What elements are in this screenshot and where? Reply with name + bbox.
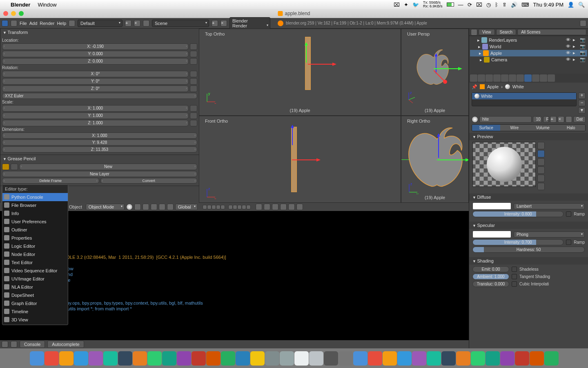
outliner-row[interactable]: ▸Camera👁▸📷 <box>470 56 587 63</box>
dim-y[interactable]: Y: 9.428 <box>2 139 197 146</box>
diffuse-panel-header[interactable]: Diffuse <box>469 193 588 201</box>
translucency-slider[interactable]: Transluc: 0.000 <box>472 281 509 287</box>
nodes-icon[interactable] <box>566 116 572 123</box>
dock-app-icon[interactable] <box>177 351 191 366</box>
lock-icon[interactable] <box>190 51 197 57</box>
dock-app-icon[interactable] <box>89 351 103 366</box>
editor-type-item[interactable]: Timeline <box>2 307 68 316</box>
new-layer-button[interactable]: New Layer <box>2 171 197 177</box>
dock-app-icon[interactable] <box>500 351 514 366</box>
constraints-tab-icon[interactable] <box>501 74 508 82</box>
render-anim-icon[interactable] <box>288 204 295 210</box>
menubar-icon[interactable]: — <box>458 2 463 8</box>
layer-button[interactable] <box>242 205 246 209</box>
remove-material-button[interactable]: − <box>578 100 586 106</box>
pin-icon[interactable]: 📌 <box>472 84 477 90</box>
specular-panel-header[interactable]: Specular <box>469 222 588 229</box>
spotlight-keyboard-icon[interactable]: ⌨ <box>521 2 529 8</box>
shading-icon[interactable] <box>126 204 133 210</box>
material-specials-button[interactable]: ▾ <box>578 107 586 114</box>
shadeless-checkbox[interactable] <box>512 267 517 272</box>
dock-app-icon[interactable] <box>103 351 118 366</box>
preview-sky-icon[interactable] <box>537 183 545 190</box>
preview-monkey-icon[interactable] <box>537 166 545 174</box>
dock-app-icon[interactable] <box>324 351 338 366</box>
expand-icon[interactable] <box>11 20 17 27</box>
editor-type-item[interactable]: Properties <box>2 234 68 242</box>
specular-color[interactable] <box>472 231 511 238</box>
dock-app-icon[interactable] <box>206 351 220 366</box>
scale-x[interactable]: X: 1.000 <box>2 105 189 112</box>
layout-del-icon[interactable]: × <box>134 20 140 27</box>
dock-app-icon[interactable] <box>236 351 250 366</box>
pivot-icon[interactable] <box>134 204 141 210</box>
tab-volume[interactable]: Volume <box>529 125 557 131</box>
delete-frame-button[interactable]: Delete Frame <box>2 178 99 184</box>
python-console[interactable]: PYTHON INTERACTIVE CONSOLE 3.2 (r32:8844… <box>0 211 469 340</box>
preview-panel-header[interactable]: Preview <box>469 133 588 140</box>
dock-app-icon[interactable] <box>162 351 176 366</box>
cubic-checkbox[interactable] <box>512 281 517 287</box>
layer-button[interactable] <box>203 205 207 209</box>
viewport-front-ortho[interactable]: Front Ortho zx <box>199 116 401 203</box>
material-browse-icon[interactable] <box>472 116 478 123</box>
snap-type-icon[interactable] <box>272 204 278 210</box>
layer-button[interactable] <box>220 205 225 209</box>
autocomplete-button[interactable]: Autocomplete <box>47 341 84 348</box>
rotation-mode[interactable]: XYZ Euler <box>2 93 197 99</box>
dock-app-icon[interactable] <box>368 351 382 366</box>
dock-app-icon[interactable] <box>280 351 294 366</box>
scene-browse-icon[interactable] <box>143 20 149 27</box>
orientation-dropdown[interactable]: Global <box>175 204 198 210</box>
physics-tab-icon[interactable] <box>548 74 555 82</box>
editor-type-item[interactable]: NLA Editor <box>2 283 68 291</box>
dock-app-icon[interactable] <box>265 351 279 366</box>
dock-app-icon[interactable] <box>192 351 206 366</box>
dock-app-icon[interactable] <box>133 351 147 366</box>
material-slot-list[interactable]: White <box>472 92 577 106</box>
lock-icon[interactable] <box>190 43 197 50</box>
dim-x[interactable]: X: 1.000 <box>2 132 197 139</box>
scene-dropdown[interactable]: Scene <box>152 20 209 27</box>
add-icon[interactable] <box>11 164 18 170</box>
dock-app-icon[interactable] <box>147 351 162 366</box>
preview-sphere-icon[interactable] <box>537 150 545 157</box>
bluetooth-icon[interactable]: ᛒ <box>495 2 498 8</box>
console-menu[interactable]: Console <box>20 341 45 348</box>
unlink-icon[interactable]: × <box>558 116 564 123</box>
loc-y[interactable]: Y: 0.000 <box>2 51 189 57</box>
dock-app-icon[interactable] <box>74 351 88 366</box>
preview-hair-icon[interactable] <box>537 175 545 182</box>
dock-app-icon[interactable] <box>339 351 353 366</box>
render-tab-icon[interactable] <box>470 74 477 82</box>
battery-icon[interactable] <box>447 2 454 7</box>
back-to-previous-icon[interactable] <box>580 20 586 27</box>
grease-pencil-header[interactable]: Grease Pencil <box>0 155 199 162</box>
editor-type-item[interactable]: UV/Image Editor <box>2 275 68 283</box>
sync-icon[interactable]: ⟳ <box>468 2 472 8</box>
rotate-icon[interactable] <box>159 204 165 210</box>
data-tab-icon[interactable] <box>517 74 524 82</box>
outliner-filter[interactable]: All Scenes <box>517 29 586 35</box>
layer-button[interactable] <box>233 205 237 209</box>
specular-shader-dropdown[interactable]: Phong <box>514 231 585 238</box>
scale-z[interactable]: Z: 1.000 <box>2 120 189 126</box>
outliner-row[interactable]: ▸World👁▸📷 <box>470 43 587 50</box>
dock-app-icon[interactable] <box>456 351 470 366</box>
editor-type-icon[interactable] <box>2 20 8 27</box>
convert-button[interactable]: Convert <box>100 178 198 184</box>
editor-type-item[interactable]: DopeSheet <box>2 291 68 299</box>
link-type[interactable]: Dat <box>573 116 586 123</box>
display-icon[interactable]: ⌧ <box>476 2 482 8</box>
render-engine-dropdown[interactable]: Blender Render <box>229 17 270 29</box>
diffuse-color[interactable] <box>472 202 511 210</box>
user-icon[interactable]: 👤 <box>568 2 574 8</box>
dock-app-icon[interactable] <box>412 351 426 366</box>
minimize-button[interactable] <box>11 11 16 16</box>
ambient-slider[interactable]: Ambient: 1.000 <box>472 274 509 280</box>
layer-button[interactable] <box>246 205 251 209</box>
scale-icon[interactable] <box>167 204 174 210</box>
scene-del-icon[interactable]: × <box>220 20 227 27</box>
menu-file[interactable]: File <box>20 21 27 26</box>
menu-window[interactable]: Window <box>38 2 56 8</box>
